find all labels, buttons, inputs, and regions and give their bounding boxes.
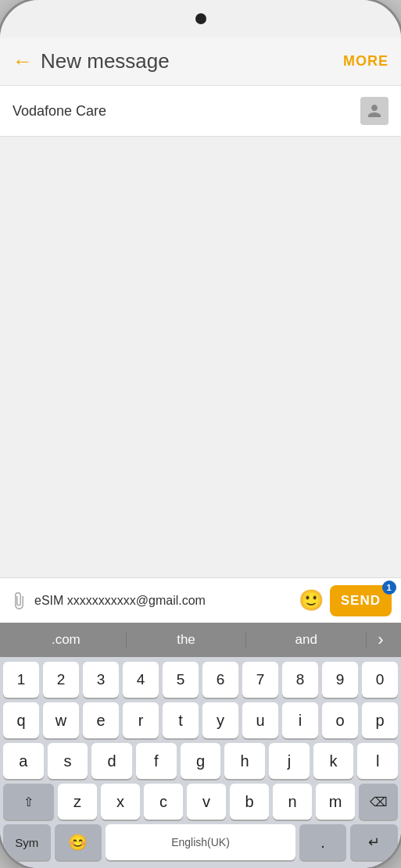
emoji-key[interactable]: 😊 (55, 824, 102, 860)
key-h[interactable]: h (224, 743, 265, 779)
notch-dot (195, 13, 206, 24)
input-bar: eSIM xxxxxxxxxxx@gmail.com 🙂 SEND 1 (0, 577, 401, 623)
key-y[interactable]: y (202, 702, 238, 738)
phone-frame: ← New message MORE Vodafone Care eSIM xx… (0, 0, 401, 868)
key-v[interactable]: v (187, 784, 226, 820)
key-a[interactable]: a (3, 743, 44, 779)
key-3[interactable]: 3 (83, 662, 119, 698)
key-row-numbers: 1 2 3 4 5 6 7 8 9 0 (3, 662, 398, 698)
notch-area (0, 0, 401, 38)
key-g[interactable]: g (181, 743, 221, 779)
shift-key[interactable]: ⇧ (3, 784, 54, 820)
suggestion-arrow[interactable]: › (367, 630, 395, 650)
key-t[interactable]: t (163, 702, 199, 738)
page-title: New message (41, 49, 343, 73)
sym-key[interactable]: Sym (3, 824, 51, 860)
suggestion-item-2[interactable]: and (246, 632, 367, 648)
key-x[interactable]: x (101, 784, 140, 820)
more-button[interactable]: MORE (343, 53, 388, 70)
key-row-zxcvbnm: ⇧ z x c v b n m ⌫ (3, 784, 398, 820)
suggestion-item-0[interactable]: .com (6, 632, 127, 648)
keyboard: 1 2 3 4 5 6 7 8 9 0 q w e r t y u i o p … (0, 657, 401, 868)
key-e[interactable]: e (83, 702, 119, 738)
key-9[interactable]: 9 (322, 662, 358, 698)
send-badge: 1 (382, 580, 396, 595)
message-input[interactable]: eSIM xxxxxxxxxxx@gmail.com (34, 594, 292, 608)
to-field: Vodafone Care (0, 86, 401, 137)
key-w[interactable]: w (43, 702, 79, 738)
enter-key[interactable]: ↵ (350, 824, 398, 860)
back-button[interactable]: ← (13, 49, 33, 73)
key-0[interactable]: 0 (362, 662, 398, 698)
key-r[interactable]: r (123, 702, 159, 738)
recipient-name: Vodafone Care (13, 103, 360, 120)
key-l[interactable]: l (357, 743, 398, 779)
key-d[interactable]: d (91, 743, 132, 779)
period-key[interactable]: . (299, 824, 347, 860)
key-b[interactable]: b (230, 784, 269, 820)
key-m[interactable]: m (316, 784, 355, 820)
spacebar[interactable]: English(UK) (106, 824, 295, 860)
key-c[interactable]: c (144, 784, 183, 820)
key-6[interactable]: 6 (202, 662, 238, 698)
attach-icon[interactable] (9, 591, 28, 610)
key-7[interactable]: 7 (242, 662, 278, 698)
key-row-asdf: a s d f g h j k l (3, 743, 398, 779)
key-i[interactable]: i (282, 702, 318, 738)
key-z[interactable]: z (58, 784, 97, 820)
key-j[interactable]: j (269, 743, 310, 779)
suggestion-item-1[interactable]: the (127, 632, 247, 648)
key-k[interactable]: k (313, 743, 354, 779)
send-button[interactable]: SEND 1 (330, 585, 392, 616)
key-u[interactable]: u (242, 702, 278, 738)
key-row-bottom: Sym 😊 English(UK) . ↵ (3, 824, 398, 860)
key-1[interactable]: 1 (3, 662, 39, 698)
emoji-icon[interactable]: 🙂 (299, 588, 324, 613)
key-o[interactable]: o (322, 702, 358, 738)
key-s[interactable]: s (48, 743, 88, 779)
key-f[interactable]: f (136, 743, 177, 779)
key-4[interactable]: 4 (123, 662, 159, 698)
key-p[interactable]: p (362, 702, 398, 738)
key-2[interactable]: 2 (43, 662, 79, 698)
key-8[interactable]: 8 (282, 662, 318, 698)
message-area (0, 137, 401, 577)
key-5[interactable]: 5 (163, 662, 199, 698)
key-row-qwerty: q w e r t y u i o p (3, 702, 398, 738)
header: ← New message MORE (0, 38, 401, 86)
backspace-key[interactable]: ⌫ (359, 784, 398, 820)
key-q[interactable]: q (3, 702, 39, 738)
suggestions-bar: .com the and › (0, 623, 401, 657)
contact-picker-icon[interactable] (360, 97, 388, 125)
key-n[interactable]: n (273, 784, 312, 820)
